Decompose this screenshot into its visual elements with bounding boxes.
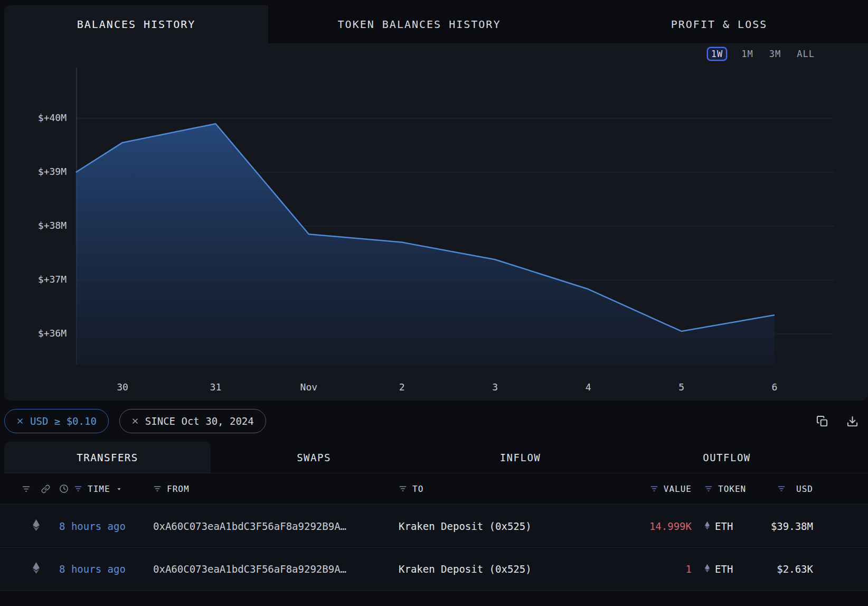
tab-profit-loss[interactable]: PROFIT & LOSS xyxy=(570,5,868,43)
clock-icon[interactable] xyxy=(59,484,69,493)
header-leading-icons xyxy=(19,484,53,493)
filter-chip-label: SINCE Oct 30, 2024 xyxy=(145,415,254,427)
cell-usd: $39.38M xyxy=(752,520,813,532)
token-symbol: ETH xyxy=(715,520,733,532)
cell-to: Kraken Deposit (0x525) xyxy=(399,520,607,532)
cell-chain xyxy=(19,562,53,576)
usd-amount: $39.38M xyxy=(771,520,813,532)
filter-chip-since-date[interactable]: SINCE Oct 30, 2024 xyxy=(119,409,266,433)
balances-panel: BALANCES HISTORY TOKEN BALANCES HISTORY … xyxy=(4,5,868,400)
timeframe-selector: 1W 1M 3M ALL xyxy=(4,43,868,64)
filter-icon[interactable] xyxy=(777,484,786,493)
tab-swaps[interactable]: SWAPS xyxy=(211,442,417,473)
column-header-token[interactable]: TOKEN xyxy=(692,484,752,494)
table-tab-bar: TRANSFERS SWAPS INFLOW OUTFLOW xyxy=(4,442,868,473)
filter-icon[interactable] xyxy=(399,484,407,493)
column-label-time[interactable]: TIME xyxy=(88,484,110,494)
download-button[interactable] xyxy=(846,415,858,427)
column-header-from[interactable]: FROM xyxy=(153,484,399,494)
to-entity[interactable]: Kraken Deposit (0x525) xyxy=(399,520,532,532)
balance-history-chart[interactable]: $+40M$+39M$+38M$+37M$+36M xyxy=(4,64,868,376)
y-axis-tick: $+38M xyxy=(20,220,67,231)
cell-chain xyxy=(19,519,53,534)
x-axis-tick: 2 xyxy=(378,381,426,393)
value-amount: 14.999K xyxy=(649,520,692,532)
x-axis-tick: 6 xyxy=(751,381,798,393)
tab-inflow[interactable]: INFLOW xyxy=(417,442,624,473)
close-icon[interactable] xyxy=(131,417,139,425)
x-axis-tick: 30 xyxy=(99,381,146,393)
x-axis-labels: 3031Nov23456 xyxy=(4,376,868,400)
column-header-value[interactable]: VALUE xyxy=(607,484,692,494)
column-label-to[interactable]: TO xyxy=(412,484,423,494)
y-axis-tick: $+37M xyxy=(20,274,67,285)
balance-chart-svg[interactable] xyxy=(4,64,868,376)
value-amount: 1 xyxy=(686,563,692,575)
copy-icon xyxy=(816,415,828,427)
column-header-to[interactable]: TO xyxy=(399,484,607,494)
x-axis-tick: 31 xyxy=(192,381,239,393)
cell-to: Kraken Deposit (0x525) xyxy=(399,563,607,575)
filter-icon[interactable] xyxy=(22,484,31,493)
from-address[interactable]: 0xA60C073eaA1bdC3F56aF8a9292B9A… xyxy=(153,520,346,532)
column-label-usd[interactable]: USD xyxy=(796,484,813,494)
y-axis-tick: $+36M xyxy=(20,328,67,339)
timeframe-1m-button[interactable]: 1M xyxy=(740,48,754,60)
cell-token: ETH xyxy=(692,563,752,575)
token-symbol: ETH xyxy=(715,563,733,575)
tab-outflow[interactable]: OUTFLOW xyxy=(624,442,830,473)
cell-from: 0xA60C073eaA1bdC3F56aF8a9292B9A… xyxy=(153,520,399,532)
tab-token-balances-history[interactable]: TOKEN BALANCES HISTORY xyxy=(268,5,570,43)
cell-value: 1 xyxy=(607,563,692,575)
eth-icon xyxy=(32,562,40,576)
table-row[interactable]: 8 hours ago 0xA60C073eaA1bdC3F56aF8a9292… xyxy=(0,504,868,547)
column-label-token[interactable]: TOKEN xyxy=(718,484,746,494)
column-label-from[interactable]: FROM xyxy=(167,484,190,494)
table-row[interactable]: 8 hours ago 0xA60C073eaA1bdC3F56aF8a9292… xyxy=(0,547,868,591)
timeframe-3m-button[interactable]: 3M xyxy=(768,48,782,60)
from-address[interactable]: 0xA60C073eaA1bdC3F56aF8a9292B9A… xyxy=(153,563,346,575)
table-header: TIME FROM TO VALUE TO xyxy=(0,473,868,504)
usd-amount: $2.63K xyxy=(777,563,813,575)
cell-time: 8 hours ago xyxy=(53,563,153,575)
cell-value: 14.999K xyxy=(607,520,692,532)
filter-icon[interactable] xyxy=(704,484,713,493)
download-icon xyxy=(846,415,858,427)
filter-icon[interactable] xyxy=(74,484,82,493)
filter-bar: USD ≥ $0.10 SINCE Oct 30, 2024 xyxy=(0,400,868,442)
to-entity[interactable]: Kraken Deposit (0x525) xyxy=(399,563,532,575)
copy-button[interactable] xyxy=(816,415,828,427)
time-link[interactable]: 8 hours ago xyxy=(59,563,126,575)
x-axis-tick: Nov xyxy=(285,381,333,393)
filter-icon[interactable] xyxy=(153,484,162,493)
cell-time: 8 hours ago xyxy=(53,520,153,532)
filter-chip-label: USD ≥ $0.10 xyxy=(30,415,97,427)
app: BALANCES HISTORY TOKEN BALANCES HISTORY … xyxy=(0,5,868,591)
cell-token: ETH xyxy=(692,520,752,532)
timeframe-1w-button[interactable]: 1W xyxy=(707,47,727,61)
chart-tab-bar: BALANCES HISTORY TOKEN BALANCES HISTORY … xyxy=(4,5,868,43)
column-label-value[interactable]: VALUE xyxy=(664,484,692,494)
tab-balances-history[interactable]: BALANCES HISTORY xyxy=(4,5,268,43)
y-axis-tick: $+40M xyxy=(20,112,67,123)
tab-transfers[interactable]: TRANSFERS xyxy=(4,442,211,473)
eth-token-icon xyxy=(704,520,710,532)
x-axis-tick: 4 xyxy=(564,381,612,393)
filter-chip-usd-threshold[interactable]: USD ≥ $0.10 xyxy=(4,409,109,433)
eth-token-icon xyxy=(704,563,710,575)
y-axis-tick: $+39M xyxy=(20,166,67,177)
column-header-usd[interactable]: USD xyxy=(752,484,813,494)
chevron-down-icon[interactable] xyxy=(116,486,122,492)
timeframe-all-button[interactable]: ALL xyxy=(795,48,816,60)
time-link[interactable]: 8 hours ago xyxy=(59,520,126,532)
close-icon[interactable] xyxy=(16,417,24,425)
link-icon[interactable] xyxy=(41,484,50,493)
x-axis-tick: 5 xyxy=(658,381,705,393)
x-axis-tick: 3 xyxy=(471,381,519,393)
cell-from: 0xA60C073eaA1bdC3F56aF8a9292B9A… xyxy=(153,563,399,575)
filter-icon[interactable] xyxy=(650,484,658,493)
column-header-time[interactable]: TIME xyxy=(53,484,153,494)
eth-icon xyxy=(32,519,40,534)
cell-usd: $2.63K xyxy=(752,563,813,575)
